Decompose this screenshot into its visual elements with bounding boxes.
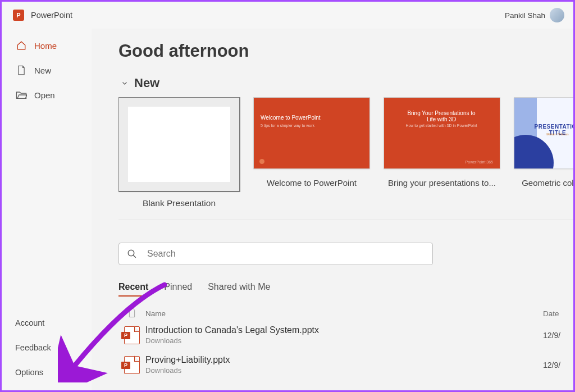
user-name[interactable]: Pankil Shah [505, 11, 545, 20]
sidebar-item-account[interactable]: Account [2, 311, 92, 335]
sidebar-item-home[interactable]: Home [2, 33, 92, 58]
sidebar-item-label: Home [34, 41, 57, 51]
sidebar-item-options[interactable]: Options [2, 360, 92, 385]
tab-pinned[interactable]: Pinned [164, 282, 192, 297]
svg-point-2 [128, 250, 134, 256]
file-list-header: Name Date [118, 308, 573, 320]
sidebar-item-label: Options [15, 368, 43, 377]
new-section-title: New [134, 76, 159, 90]
new-section-header[interactable]: New [118, 76, 573, 90]
file-row[interactable]: P Introduction to Canada's Legal System.… [118, 320, 573, 349]
sidebar: Home New Open Account Feed [2, 29, 92, 390]
template-thumb: Welcome to PowerPoint 5 tips for a simpl… [253, 97, 370, 169]
file-name: Introduction to Canada's Legal System.pp… [145, 325, 543, 335]
file-generic-icon [128, 308, 136, 320]
search-input[interactable] [146, 248, 425, 259]
sidebar-item-label: Account [15, 318, 44, 327]
template-blank-presentation[interactable]: Blank Presentation [118, 97, 240, 208]
template-caption: Blank Presentation [118, 198, 240, 208]
template-geometric-color-block[interactable]: PRESENTATION TITLE Miriam Nilsson Geomet… [514, 97, 573, 188]
search-box[interactable] [118, 243, 433, 265]
open-folder-icon [15, 90, 28, 99]
home-icon [15, 40, 28, 51]
file-date: 12/9/ [543, 331, 573, 340]
sidebar-item-label: New [34, 66, 51, 75]
file-name: Proving+Liability.pptx [145, 355, 543, 365]
sidebar-item-label: Feedback [15, 343, 51, 352]
chevron-down-icon [118, 77, 131, 89]
template-bring-your-presentations[interactable]: Bring Your Presentations to Life with 3D… [384, 97, 500, 188]
powerpoint-app-icon: P [13, 10, 24, 21]
file-date: 12/9/ [543, 361, 573, 370]
new-doc-icon [15, 65, 28, 75]
templates-row: Blank Presentation Welcome to PowerPoint… [118, 97, 573, 220]
page-title: Good afternoon [118, 41, 573, 61]
sidebar-item-open[interactable]: Open [2, 83, 92, 107]
template-thumb: PRESENTATION TITLE Miriam Nilsson [514, 97, 573, 169]
tab-shared-with-me[interactable]: Shared with Me [208, 282, 270, 297]
app-title: PowerPoint [31, 11, 72, 20]
file-location: Downloads [145, 366, 543, 375]
template-welcome-to-powerpoint[interactable]: Welcome to PowerPoint 5 tips for a simpl… [253, 97, 370, 188]
file-location: Downloads [145, 336, 543, 345]
pptx-file-icon: P [124, 326, 140, 344]
column-header-date[interactable]: Date [543, 309, 573, 318]
template-caption: Geometric color bl [514, 178, 573, 188]
template-caption: Bring your presentations to... [384, 178, 500, 188]
main-pane: Good afternoon New Blank Presentation We… [92, 29, 573, 390]
column-header-name[interactable]: Name [145, 309, 543, 318]
sidebar-item-feedback[interactable]: Feedback [2, 335, 92, 360]
template-caption: Welcome to PowerPoint [253, 178, 370, 188]
avatar[interactable] [550, 8, 564, 22]
blank-thumb-inner [128, 107, 230, 182]
file-tabs: Recent Pinned Shared with Me [118, 282, 573, 297]
pptx-file-icon: P [124, 356, 140, 374]
sidebar-item-label: Open [34, 90, 55, 100]
file-row[interactable]: P Proving+Liability.pptx Downloads 12/9/ [118, 349, 573, 379]
template-thumb: Bring Your Presentations to Life with 3D… [384, 97, 500, 169]
sidebar-item-new[interactable]: New [2, 58, 92, 83]
title-bar: P PowerPoint Pankil Shah [2, 2, 573, 29]
search-icon [127, 249, 138, 259]
tab-recent[interactable]: Recent [118, 282, 148, 297]
window-frame: P PowerPoint Pankil Shah Home New [0, 0, 575, 392]
